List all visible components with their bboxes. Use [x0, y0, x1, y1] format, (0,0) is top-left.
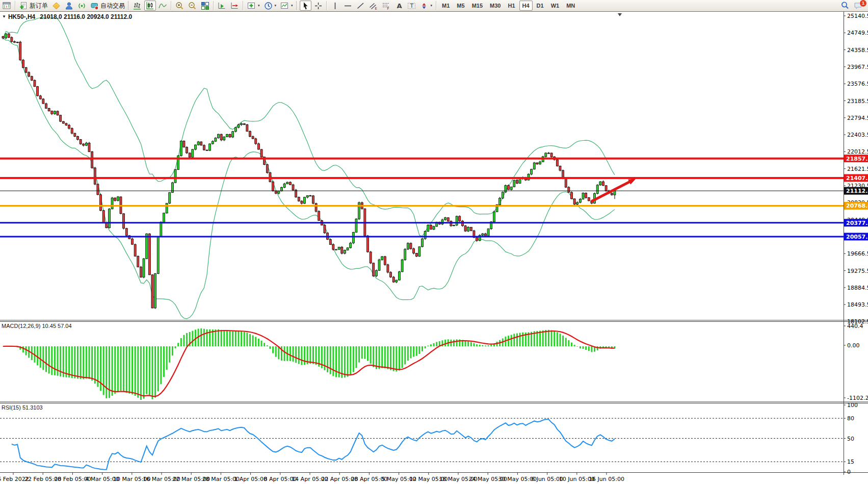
signals-button[interactable] — [76, 1, 88, 11]
toolbar-drag-handle[interactable] — [128, 2, 130, 10]
zoom-out-button[interactable] — [187, 1, 198, 11]
timeframe-h4-button[interactable]: H4 — [519, 1, 533, 11]
auto-trading-label: 自动交易 — [100, 2, 125, 10]
trend-arrow[interactable] — [592, 179, 636, 201]
price-tick-label: 24749.5 — [847, 30, 868, 36]
price-tick-label: 18884.5 — [847, 285, 868, 291]
periods-button[interactable]: ▾ — [262, 1, 278, 11]
rsi-scale-label: 50 — [847, 436, 854, 442]
quotes-button[interactable] — [50, 1, 62, 11]
label-letter: T — [409, 3, 413, 9]
price-tick-label: 22012.5 — [847, 148, 868, 155]
horizontal-line-button[interactable] — [342, 1, 354, 11]
notification-badge: 1 — [859, 0, 867, 7]
text-icon: A — [394, 2, 403, 10]
timeframe-w1-button[interactable]: W1 — [548, 1, 563, 11]
fibonacci-button[interactable]: F — [380, 1, 392, 11]
new-order-button[interactable]: 新订单 — [18, 1, 49, 11]
fibonacci-icon: F — [382, 2, 390, 10]
chart-shift-button[interactable] — [229, 1, 241, 11]
chart-shift-icon — [230, 2, 239, 10]
bollinger-upper-band — [3, 17, 615, 236]
candles-layer — [2, 33, 616, 309]
crosshair-button[interactable] — [312, 1, 324, 11]
price-badge: 20768.0 — [844, 202, 868, 210]
tile-windows-button[interactable] — [199, 1, 211, 11]
channel-button[interactable]: E — [367, 1, 379, 11]
timeframe-m5-button[interactable]: M5 — [454, 1, 467, 11]
auto-trading-button[interactable]: 自动交易 — [89, 1, 126, 11]
rsi-scale-label: 100 — [847, 402, 858, 409]
person-icon — [65, 2, 73, 10]
profile-button[interactable] — [63, 1, 75, 11]
indicators-icon — [247, 2, 256, 10]
tile-windows-icon — [201, 2, 209, 10]
price-tick-label: 19275.5 — [847, 268, 868, 274]
arrows-icon — [420, 2, 429, 10]
text-label-icon: T — [407, 2, 416, 10]
main-pane — [2, 17, 616, 319]
price-tick-label: 25140.5 — [847, 13, 868, 19]
auto-trading-icon — [90, 2, 99, 10]
rsi-scale-label: 80 — [847, 415, 854, 422]
rsi-pane — [0, 418, 844, 470]
timeframe-h1-button[interactable]: H1 — [505, 1, 518, 11]
price-badge: 21112.0 — [844, 187, 868, 195]
toolbar-separator — [213, 1, 214, 10]
auto-scroll-button[interactable] — [216, 1, 228, 11]
templates-button[interactable]: ▾ — [279, 1, 295, 11]
main-toolbar: 新订单 自动交易 ▾ ▾ — [0, 0, 868, 12]
price-tick-label: 21621.5 — [847, 166, 868, 172]
chart-area[interactable]: 25140.524749.524358.523967.523576.523185… — [0, 12, 868, 484]
price-badge: 20057.5 — [844, 233, 868, 240]
svg-text:21407.5: 21407.5 — [846, 175, 868, 182]
price-badge: 21857.5 — [844, 155, 868, 162]
timeframe-d1-button[interactable]: D1 — [534, 1, 547, 11]
new-chart-button[interactable] — [1, 1, 13, 11]
macd-scale-label: 440.4 — [847, 323, 863, 329]
timeframe-m30-button[interactable]: M30 — [487, 1, 504, 11]
text-button[interactable]: A — [393, 1, 405, 11]
notifications-button[interactable]: 1 — [852, 1, 864, 11]
svg-text:21112.0: 21112.0 — [846, 188, 868, 194]
zoom-in-button[interactable] — [174, 1, 186, 11]
vertical-line-icon — [331, 2, 339, 10]
trendline-icon — [356, 2, 365, 10]
chart-shift-marker[interactable] — [618, 13, 622, 16]
search-button[interactable] — [839, 1, 851, 11]
rsi-scale-label: 15 — [847, 458, 854, 465]
toolbar-separator — [243, 1, 244, 10]
new-order-label: 新订单 — [30, 2, 48, 10]
timeframe-mn-button[interactable]: MN — [563, 1, 578, 11]
candlestick-chart-button[interactable] — [144, 1, 156, 11]
signal-icon — [77, 2, 86, 10]
zoom-out-icon — [188, 2, 197, 10]
zoom-in-icon — [175, 2, 184, 10]
macd-scale-label: -1102.21 — [847, 395, 868, 401]
chevron-down-icon: ▾ — [275, 4, 277, 8]
cursor-button[interactable] — [300, 1, 311, 11]
indicators-button[interactable]: ▾ — [246, 1, 261, 11]
price-tick-label: 19666.5 — [847, 250, 868, 257]
line-chart-button[interactable] — [157, 1, 169, 11]
price-tick-label: 23185.5 — [847, 98, 868, 105]
trendline-button[interactable] — [355, 1, 366, 11]
bar-chart-button[interactable] — [131, 1, 143, 11]
toolbar-separator — [436, 1, 437, 10]
template-icon — [280, 2, 289, 10]
toolbar-drag-handle[interactable] — [296, 2, 298, 10]
text-label-button[interactable]: T — [406, 1, 417, 11]
timeframe-m15-button[interactable]: M15 — [469, 1, 486, 11]
new-order-icon — [19, 2, 28, 10]
text-letter: A — [397, 2, 402, 10]
timeframe-m1-button[interactable]: M1 — [439, 1, 453, 11]
equidistant-channel-icon: E — [369, 2, 378, 10]
price-tick-label: 23967.5 — [847, 64, 868, 70]
rsi-scale-label: 0 — [847, 469, 851, 475]
arrows-button[interactable]: ▾ — [418, 1, 434, 11]
channel-letter: E — [375, 6, 377, 10]
price-chart-canvas: 25140.524749.524358.523967.523576.523185… — [0, 12, 868, 484]
vertical-line-button[interactable] — [329, 1, 341, 11]
price-badge: 21407.5 — [844, 174, 868, 182]
price-tick-label: 24358.5 — [847, 47, 868, 54]
